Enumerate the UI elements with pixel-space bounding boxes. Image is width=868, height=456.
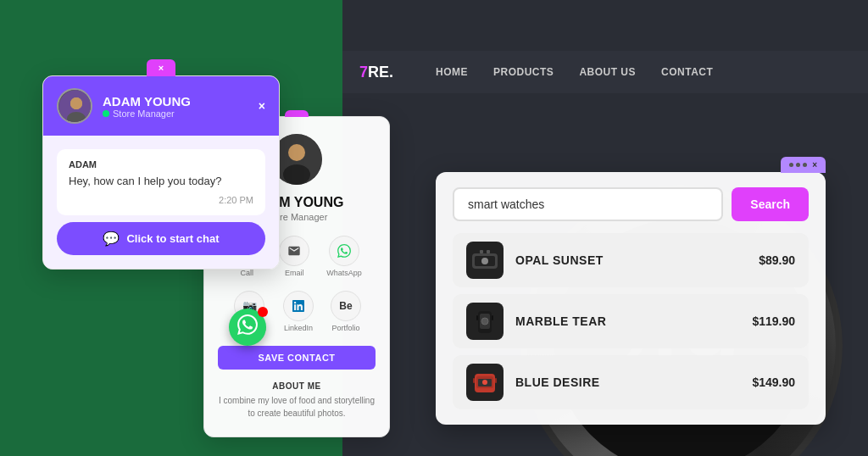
product-item-blue[interactable]: BLUE DESIRE $149.90 [453, 355, 809, 409]
chat-sender: ADAM [69, 159, 253, 170]
svg-point-19 [70, 97, 82, 109]
svg-point-4 [481, 258, 488, 264]
search-button[interactable]: Search [732, 187, 809, 221]
whatsapp-icon-small: 💬 [103, 231, 120, 247]
nav-home[interactable]: HOME [436, 66, 468, 78]
profile-linkedin-item[interactable]: LinkedIn [283, 291, 314, 332]
svg-rect-7 [476, 315, 478, 320]
product-price-blue: $149.90 [752, 375, 795, 389]
product-name-marble: MARBLE TEAR [515, 314, 740, 328]
profile-email-item[interactable]: Email [279, 236, 309, 277]
search-input[interactable] [453, 187, 723, 221]
chat-tab: × [42, 59, 280, 76]
svg-rect-13 [495, 378, 497, 383]
chat-body: ADAM Hey, how can I help you today? 2:20… [43, 136, 279, 269]
svg-point-15 [482, 380, 487, 385]
about-me-section: ABOUT ME I combine my love of food and s… [218, 381, 376, 420]
email-icon[interactable] [279, 236, 309, 266]
email-label: Email [285, 269, 304, 277]
search-widget: × Search OPAL SUNSET $89.90 [436, 157, 826, 425]
notification-badge [258, 307, 268, 317]
chat-agent-name: ADAM YOUNG [103, 94, 191, 108]
chat-message-text: Hey, how can I help you today? [69, 173, 253, 190]
chat-header: ADAM YOUNG Store Manager × [43, 76, 279, 136]
avatar [57, 88, 92, 124]
profile-portfolio-item[interactable]: Be Portfolio [331, 291, 361, 332]
about-me-title: ABOUT ME [218, 381, 376, 391]
portfolio-icon[interactable]: Be [331, 291, 361, 321]
product-item-marble[interactable]: MARBLE TEAR $119.90 [453, 294, 809, 348]
call-label: Call [240, 269, 253, 277]
profile-whatsapp-item[interactable]: WhatsApp [326, 236, 362, 277]
chat-time: 2:20 PM [69, 195, 253, 205]
linkedin-icon[interactable] [283, 291, 314, 321]
whatsapp-fab[interactable] [229, 309, 266, 346]
product-icon-marble [466, 303, 504, 340]
chat-widget: × ADAM YOUNG Store Manager × [42, 59, 280, 270]
svg-point-21 [288, 144, 305, 161]
product-price-marble: $119.90 [752, 314, 795, 328]
whatsapp-icon [237, 314, 258, 340]
nav-contact[interactable]: CONTACT [661, 66, 713, 78]
chat-box: ADAM YOUNG Store Manager × ADAM Hey, how… [42, 75, 280, 270]
svg-rect-12 [473, 378, 475, 383]
chat-agent-role: Store Manager [103, 108, 191, 119]
search-box: Search OPAL SUNSET $89.90 [436, 172, 826, 425]
svg-rect-8 [492, 315, 493, 320]
svg-point-22 [283, 164, 310, 185]
search-widget-tab: × [436, 157, 826, 173]
product-icon-blue [466, 364, 504, 401]
chat-start-button[interactable]: 💬 Click to start chat [57, 222, 265, 255]
product-name-blue: BLUE DESIRE [515, 375, 740, 389]
svg-rect-2 [480, 250, 483, 253]
nav-logo: 7RE. [359, 64, 393, 81]
linkedin-label: LinkedIn [284, 324, 313, 332]
chat-close-button[interactable]: × [259, 99, 265, 113]
navbar: 7RE. HOME PRODUCTS ABOUT US CONTACT [342, 51, 868, 93]
chat-message: ADAM Hey, how can I help you today? 2:20… [57, 149, 265, 215]
save-contact-button[interactable]: SAVE CONTACT [218, 346, 376, 370]
nav-products[interactable]: PRODUCTS [493, 66, 554, 78]
nav-about[interactable]: ABOUT US [579, 66, 636, 78]
about-me-text: I combine my love of food and storytelli… [218, 394, 376, 420]
product-price-opal: $89.90 [759, 253, 795, 267]
search-row: Search [453, 187, 809, 221]
search-widget-close[interactable]: × [812, 160, 817, 170]
whatsapp-contact-icon[interactable] [329, 236, 359, 266]
product-icon-opal [466, 242, 504, 279]
portfolio-label: Portfolio [332, 324, 360, 332]
svg-point-9 [481, 318, 488, 325]
product-item-opal[interactable]: OPAL SUNSET $89.90 [453, 233, 809, 287]
chat-tab-close[interactable]: × [159, 63, 164, 73]
whatsapp-label: WhatsApp [326, 269, 362, 277]
svg-rect-3 [487, 250, 490, 253]
product-name-opal: OPAL SUNSET [515, 253, 747, 267]
